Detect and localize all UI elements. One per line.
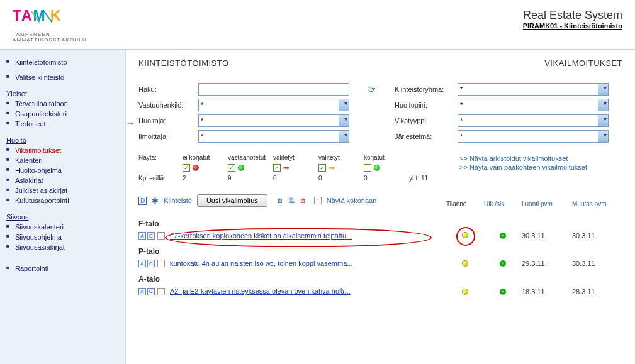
lbl-ilmoittaja: Ilmoittaja: [138,133,198,140]
nav-kulutus[interactable]: Kulutusraportointi [6,196,119,206]
new-report-button[interactable]: Uusi vikailmoitus [197,194,267,207]
ulk-dot-icon [500,260,506,267]
refresh-icon[interactable]: ⟳ [368,84,376,94]
row-link-f[interactable]: F2-kerroksen kopiokoneen kiskot on aikai… [170,232,352,240]
lbl-haku: Haku: [138,85,198,93]
col-luonti[interactable]: Luonti pvm [522,201,572,207]
nav-head-yleiset[interactable]: Yleiset [6,90,119,97]
a-icon[interactable]: A [138,260,146,267]
row-checkbox[interactable] [157,288,165,295]
muutos-a: 28.3.11 [572,288,622,295]
link-arkistoidut[interactable]: >> Näytä arkistoidut vikailmoitukset [459,154,587,163]
hdr-korjatut: korjatut [364,154,409,161]
row-link-a[interactable]: A2- ja E2-käytävien risteyksessä olevan … [170,287,351,295]
cnt-1: 9 [228,175,273,182]
select-vastuu[interactable]: * [198,99,349,111]
dot-green-icon [238,165,244,171]
dot-green2-icon [374,165,380,171]
chk-korjatut[interactable]: ✓ [364,164,371,172]
dot-red-icon [193,165,199,171]
lbl-nayta: Näytä: [138,154,183,161]
status-dot-icon [462,289,468,295]
doc-icon[interactable]: 🗎 [276,196,285,205]
arrow-yellow-icon: ➡ [329,163,335,172]
archive-links: >> Näytä arkistoidut vikailmoitukset >> … [459,154,587,172]
nav-siivousohjelma[interactable]: Siivousohjelma [6,232,119,242]
input-haku[interactable] [198,83,349,96]
select-ilmoittaja[interactable]: * [198,130,349,143]
chk-valitetyt1[interactable]: ✓ [273,164,281,172]
nav-raportointi[interactable]: Raportointi [6,263,119,273]
lbl-vikatyyppi: Vikatyyppi: [395,117,458,124]
row-checkbox[interactable] [157,260,165,267]
row-link-p[interactable]: kuntokatu 4n aulan naisten iso wc, toine… [170,260,352,267]
print-icon[interactable]: 🖶 [288,196,296,205]
d-icon[interactable]: D [138,197,147,205]
sidebar: Kiinteistötoimisto Valitse kiinteistö Yl… [0,50,126,364]
row-checkbox[interactable] [157,232,165,240]
logo-sub2: AMMATTIKORKEAKOULU [13,37,87,43]
c-icon[interactable]: C [147,232,155,240]
lbl-showall[interactable]: Näytä kokonaan [327,197,377,204]
nav-siivouskalenteri[interactable]: Siivouskalenteri [6,222,119,232]
system-subtitle[interactable]: PIRAMK01 - Kiinteistötoimisto [523,22,622,30]
nav-huolto-ohjelma[interactable]: Huolto-ohjelma [6,165,119,175]
lbl-huoltaja: →Huoltaja: [138,117,198,124]
nav-siivousasiakirjat[interactable]: Siivousasiakirjat [6,242,119,252]
nav-valitse[interactable]: Valitse kiinteistö [6,72,119,82]
c-icon[interactable]: C [147,260,155,267]
nav-head-siivous[interactable]: Siivous [6,213,119,221]
table-row: AC kuntokatu 4n aulan naisten iso wc, to… [138,258,622,268]
muutos-f: 30.3.11 [572,232,622,240]
luonti-p: 29.3.11 [522,260,572,267]
select-huoltaja[interactable]: * [198,114,349,127]
col-muutos[interactable]: Muutos pvm [572,201,622,207]
logo-sub1: TAMPEREEN [13,31,50,37]
ulk-dot-icon [500,289,506,295]
select-jarjestelma[interactable]: * [458,130,609,143]
cnt-0: 2 [183,175,228,182]
chk-eikorjatut[interactable]: ✓ [183,164,190,172]
chk-valitetyt2[interactable]: ✓ [318,164,326,172]
nav-tervetuloa[interactable]: Tervetuloa taloon [6,99,119,109]
filter-panel: Haku: Vastuuhenkilö: * →Huoltaja: * Ilmo… [138,83,622,143]
nav-kiinteistotoimisto[interactable]: Kiinteistötoimisto [6,57,119,67]
toolbar: D ✱ Kiinteistö Uusi vikailmoitus 🗎 🖶 🗎 N… [138,194,376,207]
select-kiinteistoryhma[interactable]: * [458,83,609,96]
arrow-red-icon: ➡ [283,163,289,172]
a-icon[interactable]: A [138,232,146,240]
a-icon[interactable]: A [138,288,146,295]
logo: T A M K ✱ TAMPEREENAMMATTIKORKEAKOULU [13,5,113,43]
total-value: 11 [421,175,428,182]
pdf-icon[interactable]: 🗎 [299,196,308,205]
star-icon[interactable]: ✱ [152,196,159,206]
muutos-p: 30.3.11 [572,260,622,267]
select-vikatyyppi[interactable]: * [458,114,609,127]
main-content: KIINTEISTÖTOIMISTO VIKAILMOITUKSET Haku:… [126,50,635,364]
nav-vikailmoitukset[interactable]: Vikailmoitukset [6,145,119,155]
nav-asiakirjat[interactable]: Asiakirjat [6,175,119,185]
chk-vastaanotetut[interactable]: ✓ [228,164,235,172]
nav-head-huolto[interactable]: Huolto [6,136,119,144]
building-f: F-talo [138,219,622,228]
nav-kalenteri[interactable]: Kalenteri [6,155,119,165]
c-icon[interactable]: C [147,288,155,295]
tamk-logo: T A M K ✱ [13,5,113,30]
lbl-kiinteisto: Kiinteistö [164,197,192,204]
chk-showall[interactable] [314,197,322,204]
col-ulk[interactable]: Ulk./sis. [484,201,522,207]
link-paakohde[interactable]: >> Näytä vain pääkohteen vikailmoitukset [459,163,587,172]
cnt-2: 0 [273,175,318,182]
select-huoltopiiri[interactable]: * [458,99,609,111]
status-dot-icon [462,260,468,267]
lbl-kpl: Kpl esillä: [138,175,183,182]
svg-text:✱: ✱ [50,13,54,18]
table-row: AC A2- ja E2-käytävien risteyksessä olev… [138,286,622,297]
nav-julkiset[interactable]: Julkiset asiakirjat [6,185,119,196]
cnt-4: 0 [364,175,409,182]
nav-osapuoli[interactable]: Osapuolirekisteri [6,109,119,119]
luonti-f: 30.3.11 [522,232,572,240]
hdr-valitetyt2: välitetyt [318,154,364,161]
hdr-eikorjatut: ei korjatut [183,154,228,161]
nav-tiedotteet[interactable]: Tiedotteet [6,119,119,129]
